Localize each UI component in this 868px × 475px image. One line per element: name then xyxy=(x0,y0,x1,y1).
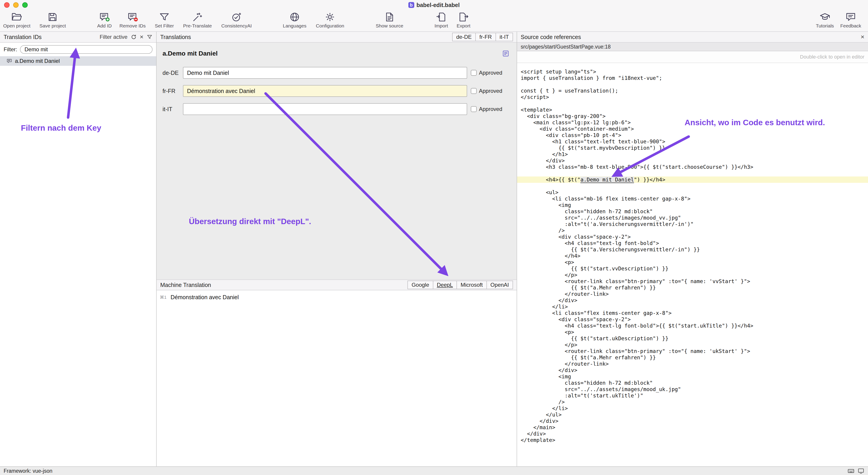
toolbar-label: ConsistencyAI xyxy=(221,23,252,29)
approved-control: Approved xyxy=(471,70,511,76)
toolbar-label: Languages xyxy=(283,23,306,29)
mt-providers: Google DeepL Microsoft OpenAI xyxy=(407,281,513,289)
translation-id-list: a.Demo mit Daniel xyxy=(0,56,156,466)
code-line: /> xyxy=(517,227,868,234)
filter-label: Filter: xyxy=(4,46,17,53)
code-line: </main> xyxy=(517,424,868,431)
approved-checkbox-fr-fr[interactable] xyxy=(471,88,477,94)
toolbar-add-id[interactable]: Add ID xyxy=(97,11,112,29)
filter-menu-icon[interactable] xyxy=(147,34,153,40)
source-references-title: Source code references xyxy=(521,34,581,40)
export-icon xyxy=(458,11,469,23)
display-icon[interactable] xyxy=(858,468,864,474)
translation-editor: a.Demo mit Daniel de-DE Approved fr-FR xyxy=(157,43,517,279)
language-label: de-DE xyxy=(162,70,183,76)
language-tab-fr-fr[interactable]: fr-FR xyxy=(475,33,496,41)
provider-google-button[interactable]: Google xyxy=(407,281,433,289)
toolbar-export[interactable]: Export xyxy=(457,11,470,29)
language-tab-de-de[interactable]: de-DE xyxy=(452,33,475,41)
language-tab-it-it[interactable]: it-IT xyxy=(496,33,513,41)
code-line: </script> xyxy=(517,94,868,100)
code-line: <h4>{{ $t("a.Demo mit Daniel") }}</h4> xyxy=(517,176,868,183)
globe-icon xyxy=(289,11,300,23)
mt-suggestion[interactable]: ⌘1 Démonstration avec Daniel xyxy=(157,294,517,301)
toolbar-label: Add ID xyxy=(97,23,112,29)
approved-checkbox-de-de[interactable] xyxy=(471,70,477,76)
provider-openai-button[interactable]: OpenAI xyxy=(487,281,513,289)
toolbar: Open project Save project Add ID Remove … xyxy=(0,10,868,32)
toolbar-save-project[interactable]: Save project xyxy=(39,11,66,29)
framework-label: Framework: vue-json xyxy=(4,468,53,474)
code-line: <ul> xyxy=(517,189,868,196)
translation-input-de-de[interactable] xyxy=(183,67,467,79)
provider-microsoft-button[interactable]: Microsoft xyxy=(457,281,486,289)
translation-input-fr-fr[interactable] xyxy=(183,85,467,97)
close-panel-button[interactable]: × xyxy=(861,34,864,40)
toolbar-configuration[interactable]: Configuration xyxy=(316,11,344,29)
code-line: <li class="mb-16 flex items-center gap-x… xyxy=(517,196,868,202)
code-line: </router-link> xyxy=(517,291,868,297)
code-line: </template> xyxy=(517,437,868,443)
code-line: import { useTranslation } from "i18next-… xyxy=(517,75,868,81)
translations-panel: Translations de-DE fr-FR it-IT a.Demo mi… xyxy=(157,32,517,466)
toolbar-pre-translate[interactable]: Pre-Translate xyxy=(183,11,212,29)
code-line: </li> xyxy=(517,405,868,411)
toolbar-import[interactable]: Import xyxy=(434,11,448,29)
comment-icon[interactable] xyxy=(502,50,509,57)
code-line xyxy=(517,100,868,107)
code-line: <li class="flex items-center gap-x-8"> xyxy=(517,310,868,316)
refresh-icon[interactable] xyxy=(131,34,137,40)
machine-translation-title: Machine Translation xyxy=(160,282,211,288)
translations-header: Translations de-DE fr-FR it-IT xyxy=(157,32,517,43)
gear-icon xyxy=(324,11,336,23)
machine-translation-header: Machine Translation Google DeepL Microso… xyxy=(157,279,517,291)
code-line: <router-link class="btn-primary" :to="{ … xyxy=(517,348,868,354)
provider-deepl-button[interactable]: DeepL xyxy=(433,281,457,289)
translation-row-de-de: de-DE Approved xyxy=(157,67,517,79)
translation-input-it-it[interactable] xyxy=(183,103,467,115)
filter-active-label: Filter active xyxy=(100,34,128,40)
code-line: {{ $t("start.vvDescription") }} xyxy=(517,265,868,272)
toolbar-feedback[interactable]: Feedback xyxy=(840,11,861,29)
filter-icon xyxy=(159,11,170,23)
toolbar-label: Open project xyxy=(3,23,30,29)
toolbar-languages[interactable]: Languages xyxy=(283,11,306,29)
code-line: </router-link> xyxy=(517,361,868,367)
toolbar-tutorials[interactable]: Tutorials xyxy=(816,11,834,29)
keyboard-icon[interactable] xyxy=(847,468,855,474)
clear-filter-button[interactable]: × xyxy=(140,34,144,40)
translations-title: Translations xyxy=(160,34,191,40)
toolbar-set-filter[interactable]: Set Filter xyxy=(155,11,174,29)
toolbar-show-source[interactable]: Show source xyxy=(376,11,403,29)
toolbar-consistency-ai[interactable]: ConsistencyAI xyxy=(221,11,252,29)
close-window-button[interactable] xyxy=(4,2,9,8)
code-listing[interactable]: <script setup lang="ts">import { useTran… xyxy=(517,63,868,466)
code-line: <p> xyxy=(517,259,868,265)
code-line: </li> xyxy=(517,304,868,310)
toolbar-label: Show source xyxy=(376,23,403,29)
code-line: </div> xyxy=(517,297,868,304)
status-bar: Framework: vue-json xyxy=(0,466,868,475)
approved-checkbox-it-it[interactable] xyxy=(471,106,477,112)
toolbar-label: Pre-Translate xyxy=(183,23,212,29)
minimize-window-button[interactable] xyxy=(13,2,19,8)
filter-input[interactable] xyxy=(20,45,153,54)
app-icon: b xyxy=(408,2,414,8)
zoom-window-button[interactable] xyxy=(22,2,28,8)
code-line: {{ $t("start.ukDescription") }} xyxy=(517,335,868,342)
highlighted-translation-key[interactable]: a.Demo mit Daniel xyxy=(580,177,634,182)
translation-id-icon xyxy=(6,58,12,64)
code-line: <h3 class="mb-8 text-blue-900">{{ $t("st… xyxy=(517,164,868,170)
source-references-panel: Source code references × src/pages/start… xyxy=(517,32,868,466)
source-reference-tab[interactable]: src/pages/start/GuestStartPage.vue:18 xyxy=(517,43,868,51)
toolbar-open-project[interactable]: Open project xyxy=(3,11,30,29)
code-line: <div class="pb-10 pt-4"> xyxy=(517,132,868,138)
translation-ids-header: Translation IDs Filter active × xyxy=(0,32,156,43)
editor-hint: Double-click to open in editor xyxy=(800,54,864,60)
toolbar-label: Remove IDs xyxy=(119,23,146,29)
toolbar-label: Set Filter xyxy=(155,23,174,29)
translation-id-item[interactable]: a.Demo mit Daniel xyxy=(0,56,156,66)
remove-ids-icon xyxy=(127,11,138,23)
status-bar-icons xyxy=(847,468,864,474)
toolbar-remove-ids[interactable]: Remove IDs xyxy=(119,11,146,29)
